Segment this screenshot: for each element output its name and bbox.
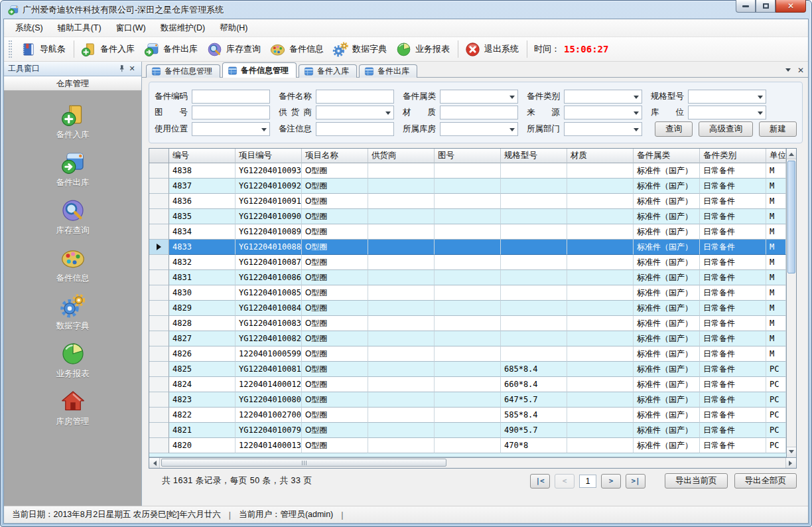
- pin-button[interactable]: [116, 64, 127, 74]
- supplier-select[interactable]: [316, 106, 394, 119]
- grid-cell[interactable]: 日常备件: [700, 362, 766, 377]
- tab-2[interactable]: 备件入库: [299, 64, 357, 78]
- grid-cell[interactable]: [368, 377, 435, 392]
- grid-cell[interactable]: YG12204010086: [236, 270, 302, 285]
- grid-cell[interactable]: [368, 179, 435, 194]
- grid-cell[interactable]: YG12204010088: [236, 240, 302, 255]
- row-selector-cell[interactable]: [149, 285, 169, 301]
- menu-item-4[interactable]: 帮助(H): [212, 20, 255, 37]
- horizontal-scroll-track[interactable]: [160, 458, 785, 468]
- grid-column-header-3[interactable]: 供货商: [368, 149, 435, 163]
- grid-cell[interactable]: [435, 270, 501, 285]
- sidebar-item-warehouse-home[interactable]: 库房管理: [33, 388, 113, 427]
- grid-cell[interactable]: 标准件（国产）: [634, 346, 700, 362]
- grid-cell[interactable]: [501, 331, 567, 346]
- toolbar-button-parts-outbound[interactable]: 备件出库: [140, 39, 203, 60]
- menu-item-0[interactable]: 系统(S): [8, 20, 50, 37]
- grid-cell[interactable]: 4823: [169, 392, 236, 408]
- last-page-button[interactable]: >|: [626, 474, 645, 489]
- tab-list-dropdown-icon[interactable]: [785, 68, 791, 74]
- grid-cell[interactable]: 1220401400013: [236, 438, 302, 453]
- grid-cell[interactable]: [368, 362, 435, 377]
- grid-cell[interactable]: O型圈: [302, 362, 368, 377]
- grid-cell[interactable]: 4837: [169, 179, 236, 194]
- grid-column-header-9[interactable]: 单位: [766, 149, 786, 163]
- sidebar-item-parts-inbound[interactable]: 备件入库: [33, 102, 113, 141]
- grid-cell[interactable]: [435, 224, 501, 240]
- grid-cell[interactable]: 4825: [169, 362, 236, 377]
- grid-cell[interactable]: 日常备件: [700, 316, 766, 331]
- grid-cell[interactable]: O型圈: [302, 179, 368, 194]
- grid-cell[interactable]: YG12204010082: [236, 331, 302, 346]
- row-selector-cell[interactable]: [149, 194, 169, 209]
- grid-cell[interactable]: [368, 163, 435, 179]
- query-button[interactable]: 查询: [655, 121, 693, 137]
- grid-cell[interactable]: 日常备件: [700, 224, 766, 240]
- grid-cell[interactable]: [567, 301, 634, 316]
- grid-cell[interactable]: [368, 408, 435, 423]
- grid-cell[interactable]: 标准件（国产）: [634, 194, 700, 209]
- grid-cell[interactable]: 4827: [169, 331, 236, 346]
- grid-cell[interactable]: [368, 224, 435, 240]
- table-row[interactable]: 4831YG12204010086O型圈标准件（国产）日常备件M: [149, 270, 786, 285]
- sidebar-section-warehouse[interactable]: 仓库管理: [4, 76, 141, 91]
- grid-cell[interactable]: [435, 316, 501, 331]
- row-selector-cell[interactable]: [149, 377, 169, 392]
- grid-cell[interactable]: [435, 331, 501, 346]
- grid-column-header-6[interactable]: 材质: [567, 149, 634, 163]
- grid-cell[interactable]: YG12204010080: [236, 392, 302, 408]
- grid-cell[interactable]: [435, 240, 501, 255]
- grid-cell[interactable]: YG12204010084: [236, 301, 302, 316]
- grid-cell[interactable]: 日常备件: [700, 255, 766, 270]
- grid-cell[interactable]: PC: [766, 438, 786, 453]
- first-page-button[interactable]: |<: [530, 474, 550, 489]
- grid-cell[interactable]: 4833: [169, 240, 236, 255]
- grid-cell[interactable]: [368, 194, 435, 209]
- grid-cell[interactable]: 4831: [169, 270, 236, 285]
- grid-column-header-1[interactable]: 项目编号: [236, 149, 302, 163]
- grid-cell[interactable]: 日常备件: [700, 270, 766, 285]
- vertical-scrollbar[interactable]: [786, 149, 796, 457]
- grid-cell[interactable]: 4820: [169, 438, 236, 453]
- grid-cell[interactable]: [368, 270, 435, 285]
- grid-cell[interactable]: M: [766, 285, 786, 301]
- grid-cell[interactable]: 标准件（国产）: [634, 331, 700, 346]
- grid-cell[interactable]: 4834: [169, 224, 236, 240]
- grid-cell[interactable]: 4836: [169, 194, 236, 209]
- table-row[interactable]: 4829YG12204010084O型圈标准件（国产）日常备件M: [149, 301, 786, 316]
- grid-cell[interactable]: 1220401000599: [236, 346, 302, 362]
- spec-model-select[interactable]: [688, 90, 766, 104]
- grid-cell[interactable]: 585*8.4: [501, 408, 567, 423]
- grid-cell[interactable]: O型圈: [302, 377, 368, 392]
- row-selector-cell[interactable]: [149, 331, 169, 346]
- toolbar-button-parts-info-palette[interactable]: 备件信息: [266, 39, 329, 60]
- grid-cell[interactable]: [501, 346, 567, 362]
- grid-cell[interactable]: [368, 209, 435, 224]
- grid-cell[interactable]: YG12204010081: [236, 362, 302, 377]
- row-selector-cell[interactable]: [149, 362, 169, 377]
- grid-cell[interactable]: 日常备件: [700, 438, 766, 453]
- grid-cell[interactable]: M: [766, 255, 786, 270]
- grid-cell[interactable]: [567, 408, 634, 423]
- tab-1-active[interactable]: 备件信息管理: [222, 62, 297, 78]
- grid-cell[interactable]: [368, 301, 435, 316]
- grid-cell[interactable]: 日常备件: [700, 209, 766, 224]
- department-select[interactable]: [564, 122, 642, 136]
- prev-page-button[interactable]: <: [555, 474, 575, 489]
- grid-cell[interactable]: O型圈: [302, 331, 368, 346]
- grid-cell[interactable]: PC: [766, 362, 786, 377]
- table-row[interactable]: 48261220401000599O型圈标准件（国产）日常备件M: [149, 346, 786, 362]
- minimize-button[interactable]: [736, 0, 756, 13]
- grid-cell[interactable]: [435, 163, 501, 179]
- grid-cell[interactable]: [501, 301, 567, 316]
- grid-cell[interactable]: [435, 438, 501, 453]
- table-row-selected[interactable]: 4833YG12204010088O型圈标准件（国产）日常备件M: [149, 240, 786, 255]
- grid-column-header-8[interactable]: 备件类别: [700, 149, 766, 163]
- grid-cell[interactable]: 日常备件: [700, 285, 766, 301]
- grid-cell[interactable]: M: [766, 270, 786, 285]
- table-row[interactable]: 4836YG12204010091O型圈标准件（国产）日常备件M: [149, 194, 786, 209]
- grid-cell[interactable]: [368, 240, 435, 255]
- source-select[interactable]: [564, 106, 642, 119]
- grid-cell[interactable]: O型圈: [302, 301, 368, 316]
- grid-cell[interactable]: [501, 224, 567, 240]
